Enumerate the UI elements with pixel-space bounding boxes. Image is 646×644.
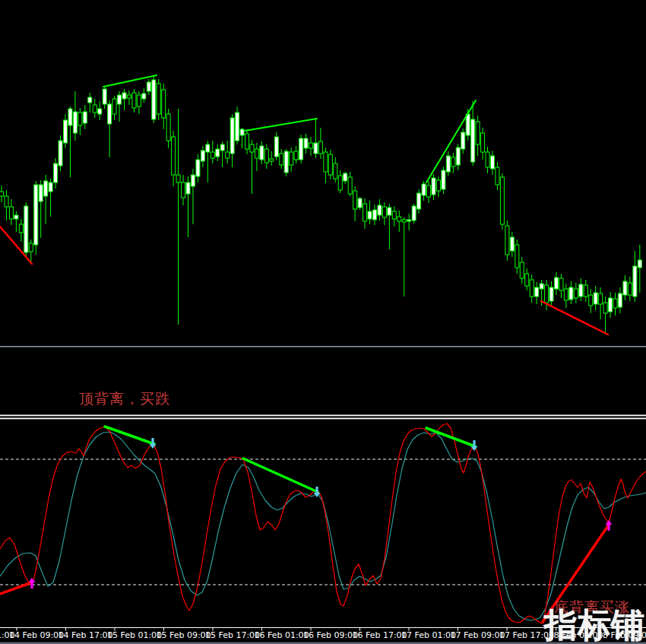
divergence-line-green-3[interactable] [426,428,475,446]
candle-body [510,237,514,251]
candle-body [530,280,534,297]
candle-body [196,160,200,176]
candle-body [461,132,465,149]
candle-body [638,260,641,268]
trendline-green-2[interactable] [245,119,317,131]
subwindow-separator[interactable] [0,415,646,417]
candle-body [559,278,563,290]
candle-body [456,148,460,165]
candle-body [255,149,258,158]
candle-body [112,99,116,114]
stoch-main-line [0,432,646,620]
candle-body [599,293,603,304]
candle-body [162,90,166,118]
candle-body [78,113,82,125]
candle-body [594,293,597,304]
candle-body [412,206,416,220]
candle-body [186,182,190,194]
candle-body [98,109,102,114]
candle-body [103,89,106,104]
candle-body [554,278,558,289]
candle-body [525,274,529,286]
candle-body [397,217,401,221]
candle-body [368,211,372,219]
candle-body [172,137,176,175]
candle-body [294,151,298,160]
candle-body [334,163,337,179]
candle-body [137,95,141,106]
time-axis-label: 17 Feb 09:00 [450,630,505,640]
candle-body [318,141,322,154]
candle-body [34,185,38,245]
candle-body [628,283,632,295]
candle-body [500,177,504,224]
candle-body [520,262,524,278]
candle-body [314,143,318,154]
candle-body [166,114,170,141]
candle-body [388,208,391,215]
candle-body [363,204,367,221]
candle-body [93,105,97,113]
candle-body [309,143,312,148]
candle-body [0,192,4,196]
candle-body [328,154,332,175]
candle-body [83,112,87,123]
divergence-line-green-1[interactable] [105,427,154,444]
divergence-line-green-2[interactable] [243,458,318,492]
candle-body [230,118,234,154]
candle-body [545,285,549,303]
candle-body [372,210,376,220]
candle-body [260,146,264,160]
candle-body [623,281,627,295]
top-divergence-label: 顶背离，买跌 [79,389,170,409]
candle-body [182,182,185,198]
candle-body [122,93,126,99]
candle-body [422,184,426,195]
candle-body [613,299,617,308]
candle-body [633,266,637,297]
candle-body [236,113,239,141]
candle-body [432,178,435,195]
candle-body [176,175,180,182]
candle-body [549,287,553,301]
candle-body [446,156,450,172]
candle-body [344,173,347,181]
candle-body [250,144,254,152]
candle-body [569,287,573,300]
candle-body [270,159,274,161]
divergence-line-red-1[interactable] [0,582,32,594]
candle-body [471,119,475,162]
candle-body [274,137,278,157]
candle-body [132,93,136,108]
candle-body [382,207,386,217]
subwindow-separator[interactable] [0,418,646,420]
chart-canvas[interactable] [0,0,646,644]
candle-body [407,220,411,221]
candle-body [5,196,8,207]
candle-body [348,177,352,194]
trendline-red-right[interactable] [541,301,608,335]
candle-body [29,243,33,252]
candle-body [49,182,52,192]
candle-body [152,80,156,119]
trendline-green-3[interactable] [426,100,476,182]
time-axis-label: 15 Feb 09:00 [156,630,211,640]
candle-body [515,245,519,268]
candle-body [118,95,122,104]
candle-body [481,133,485,152]
candle-body [142,94,146,99]
candle-body [19,224,23,233]
candle-body [589,295,593,306]
candle-body [147,82,150,91]
time-axis-label: 16 Feb 09:00 [303,630,358,640]
mt4-chart-window[interactable]: 顶背离，买跌 底背离买涨 指标铺 14 Feb 01:0014 Feb 09:0… [0,0,646,644]
candle-body [436,180,440,191]
candle-body [73,112,77,133]
time-axis-label: 16 Feb 01:00 [254,630,309,640]
candle-body [54,163,58,182]
candle-body [402,220,406,222]
watermark-logo: 指标铺 [544,608,644,642]
candle-body [220,144,224,151]
candle-body [324,152,328,172]
candle-body [59,141,62,166]
